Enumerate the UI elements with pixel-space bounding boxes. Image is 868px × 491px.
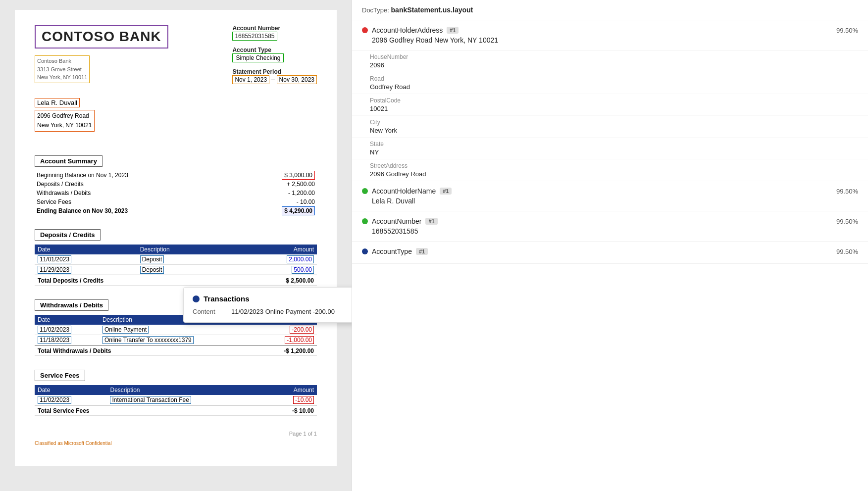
field-account-holder-address[interactable]: AccountHolderAddress #1 99.50% 2096 Godf… (352, 20, 868, 50)
fees-col-desc: Description (107, 385, 266, 395)
deposit-row1-desc: Deposit (140, 255, 164, 263)
beginning-balance-value: $ 3,000.00 (282, 171, 315, 180)
fees-total-value: -$ 10.00 (266, 405, 317, 415)
sub-field-road: Road Godfrey Road (352, 72, 868, 94)
confidential-label: Classified as Microsoft Confidential (35, 441, 317, 446)
deposit-row1-date: 11/01/2023 (38, 255, 71, 263)
table-row: 11/01/2023 Deposit 2,000.00 (35, 254, 317, 265)
fee-row1-date: 11/02/2023 (38, 396, 71, 404)
table-row: 11/29/2023 Deposit 500.00 (35, 264, 317, 275)
service-fees-value: - 10.00 (238, 197, 317, 206)
account-number-field-value: 168552031585 (362, 227, 858, 235)
fees-col-amt: Amount (266, 385, 317, 395)
field-name-account-holder-address: AccountHolderAddress (372, 26, 443, 34)
tooltip-dot-icon (193, 295, 200, 302)
deposits-credits-value: + 2,500.00 (238, 180, 317, 189)
field-name-account-type: AccountType (372, 247, 412, 255)
withdrawals-debits-label: Withdrawals / Debits (35, 189, 238, 197)
fees-total-row: Total Service Fees -$ 10.00 (35, 405, 317, 415)
wd-row2-date: 11/18/2023 (38, 336, 71, 344)
wd-row1-desc: Online Payment (102, 326, 149, 334)
field-account-type[interactable]: AccountType #1 99.50% (352, 242, 868, 264)
table-row: 11/02/2023 International Transaction Fee… (35, 395, 317, 405)
wd-row1-date: 11/02/2023 (38, 326, 71, 334)
deposit-row2-amt: 500.00 (292, 266, 314, 274)
transactions-tooltip: Transactions Content 11/02/2023 Online P… (183, 287, 352, 323)
account-number-label: Account Number (232, 25, 317, 32)
wd-row2-amt: -1,000.00 (285, 336, 314, 344)
deposits-col-desc: Description (137, 245, 229, 254)
bank-addr-line2: New York, NY 10011 (37, 73, 87, 82)
summary-table: Beginning Balance on Nov 1, 2023 $ 3,000… (35, 171, 317, 215)
customer-name: Lela R. Duvall (35, 98, 80, 107)
summary-ending-balance: Ending Balance on Nov 30, 2023 $ 4,290.0… (35, 206, 317, 215)
withdrawals-title: Withdrawals / Debits (35, 299, 108, 311)
summary-beginning-balance: Beginning Balance on Nov 1, 2023 $ 3,000… (35, 171, 317, 180)
customer-info: Lela R. Duvall 2096 Godfrey Road New Yor… (35, 98, 317, 132)
fee-row1-desc: International Transaction Fee (110, 396, 191, 404)
status-dot-red (362, 27, 368, 33)
fees-total-label: Total Service Fees (35, 405, 266, 415)
stmt-period-to: Nov 30, 2023 (277, 75, 317, 84)
deposits-col-amt: Amount (229, 245, 317, 254)
doctype-value: bankStatement.us.layout (391, 6, 473, 14)
deposit-row2-date: 11/29/2023 (38, 266, 71, 274)
field-account-number[interactable]: AccountNumber #1 99.50% 168552031585 (352, 211, 868, 242)
summary-service-fees: Service Fees - 10.00 (35, 197, 317, 206)
deposit-row1-amt: 2,000.00 (287, 255, 314, 263)
confidence-account-type: 99.50% (836, 248, 858, 255)
document-panel: CONTOSO BANK Contoso Bank 3313 Grove Str… (0, 0, 352, 491)
service-fees-title: Service Fees (35, 370, 85, 381)
bank-addr-line1: 3313 Grove Street (37, 65, 87, 74)
ending-balance-label: Ending Balance on Nov 30, 2023 (35, 206, 238, 215)
deposits-credits-label: Deposits / Credits (35, 180, 238, 189)
account-type-value: Simple Checking (232, 53, 284, 62)
account-holder-name-value: Lela R. Duvall (362, 197, 858, 205)
bank-name: Contoso Bank (37, 57, 87, 65)
table-row: 11/02/2023 Online Payment -200.00 (35, 325, 317, 335)
customer-address: 2096 Godfrey Road New York, NY 10021 (35, 110, 95, 132)
badge-account-holder-name: #1 (440, 188, 452, 195)
stmt-period-from: Nov 1, 2023 (232, 75, 269, 84)
account-holder-address-value: 2096 Godfrey Road New York, NY 10021 (362, 36, 858, 44)
account-summary-title: Account Summary (35, 155, 102, 167)
sub-field-city: City New York (352, 116, 868, 138)
field-account-holder-name[interactable]: AccountHolderName #1 99.50% Lela R. Duva… (352, 181, 868, 211)
bank-logo-text: CONTOSO BANK (42, 29, 161, 44)
confidence-account-holder-name: 99.50% (836, 188, 858, 195)
withdrawals-total-label: Total Withdrawals / Debits (35, 345, 258, 355)
deposits-total-value: $ 2,500.00 (229, 275, 317, 285)
summary-withdrawals: Withdrawals / Debits - 1,200.00 (35, 189, 317, 197)
sub-field-state: State NY (352, 138, 868, 159)
fees-table: Date Description Amount 11/02/2023 Inter… (35, 385, 317, 416)
fee-row1-amt: -10.00 (293, 396, 314, 404)
bank-logo: CONTOSO BANK (35, 25, 168, 49)
deposits-total-row: Total Deposits / Credits $ 2,500.00 (35, 275, 317, 285)
status-dot-green-name (362, 188, 368, 194)
account-type-label: Account Type (232, 47, 317, 53)
bank-address: Contoso Bank 3313 Grove Street New York,… (35, 55, 90, 83)
field-name-account-number: AccountNumber (372, 217, 421, 225)
tooltip-title: Transactions (204, 295, 250, 303)
deposits-total-label: Total Deposits / Credits (35, 275, 229, 285)
ending-balance-value: $ 4,290.00 (282, 206, 315, 215)
badge-account-type: #1 (416, 248, 428, 255)
confidence-account-holder-address: 99.50% (836, 27, 858, 34)
doctype-label: DocType: (362, 6, 389, 14)
doctype-bar: DocType: bankStatement.us.layout (352, 0, 868, 20)
status-dot-green-acct (362, 218, 368, 224)
customer-addr-line1: 2096 Godfrey Road (37, 111, 92, 121)
sub-field-street-address: StreetAddress 2096 Godfrey Road (352, 159, 868, 181)
service-fees-label: Service Fees (35, 197, 238, 206)
wd-row1-amt: -200.00 (290, 326, 314, 334)
wd-row2-desc: Online Transfer To xxxxxxxx1379 (102, 336, 194, 344)
deposits-table: Date Description Amount 11/01/2023 Depos… (35, 245, 317, 286)
withdrawals-total-row: Total Withdrawals / Debits -$ 1,200.00 (35, 345, 317, 355)
field-name-account-holder-name: AccountHolderName (372, 187, 436, 195)
table-row: 11/18/2023 Online Transfer To xxxxxxxx13… (35, 335, 317, 345)
sub-field-house-number: HouseNumber 2096 (352, 50, 868, 72)
withdrawals-debits-value: - 1,200.00 (238, 189, 317, 197)
badge-account-number: #1 (425, 218, 437, 225)
right-panel: DocType: bankStatement.us.layout Account… (352, 0, 868, 491)
deposit-row2-desc: Deposit (140, 266, 164, 274)
